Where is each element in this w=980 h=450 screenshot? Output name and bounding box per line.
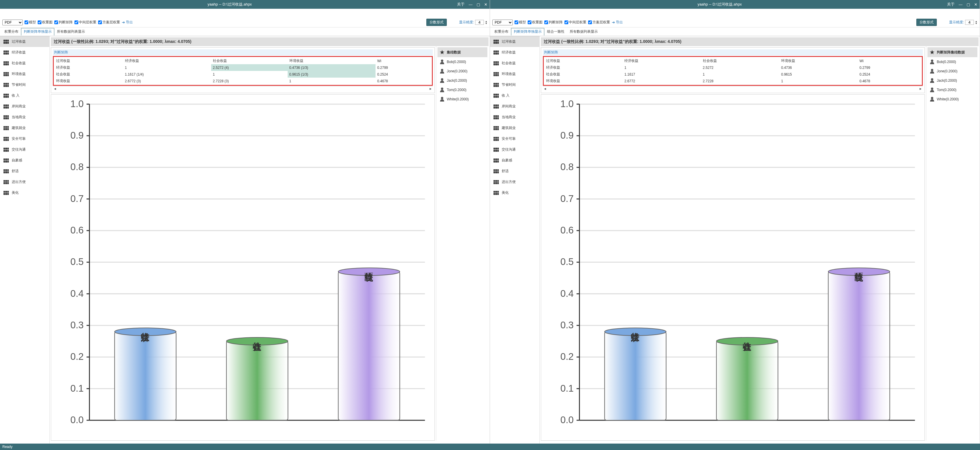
sidebar-item-label: 岸间商业 [502,104,516,109]
sidebar-item[interactable]: 美化 [0,187,49,198]
person-item[interactable]: Bob(0.2000) [438,57,487,67]
checkbox-cb_weight_chart[interactable]: 权重图 [38,20,52,25]
h-scrollbar[interactable]: ◄► [53,86,433,91]
person-item[interactable]: Tom(0.2000) [928,85,977,95]
scroll-left-icon[interactable]: ◄ [543,87,547,90]
sidebar-item[interactable]: 当地商业 [490,112,539,122]
svg-text:0.6: 0.6 [560,225,574,236]
scroll-right-icon[interactable]: ► [429,87,432,90]
checkbox-cb_weight_chart[interactable]: 权重图 [528,20,542,25]
matrix-cell: 1.1617 (1/4) [123,71,211,78]
person-item[interactable]: Jone(0.2000) [438,67,487,76]
person-item[interactable]: Jack(0.2000) [928,76,977,85]
scroll-left-icon[interactable]: ◄ [53,87,57,90]
checkbox-cb_model[interactable]: 模型 [514,20,526,25]
tab-所有数据列表显示[interactable]: 所有数据列表显示 [567,28,600,35]
sidebar-item[interactable]: 岸间商业 [0,101,49,112]
sidebar-item[interactable]: 交往沟通 [0,144,49,155]
precision-input[interactable] [475,20,484,25]
tab-判断矩阵单独显示[interactable]: 判断矩阵单独显示 [511,28,544,36]
sidebar-item[interactable]: 建筑就业 [0,122,49,133]
sidebar-item[interactable]: 过河收益 [490,36,539,47]
h-scrollbar[interactable]: ◄► [543,86,923,91]
sidebar-item[interactable]: 过河收益 [0,36,49,47]
sidebar-item[interactable]: 经济收益 [0,47,49,58]
grid-icon [3,61,9,65]
format-select[interactable]: PDF [492,19,513,25]
maximize-button[interactable]: ▢ [477,2,480,7]
checkbox-cb_scheme_weight[interactable]: 方案层权重 [98,20,120,25]
sidebar-item[interactable]: 美化 [490,187,539,198]
matrix-header: 社会收益 [701,57,780,64]
precision-spinner[interactable]: ▲▼ [975,21,977,24]
sidebar-item[interactable]: 舒适 [0,166,49,177]
matrix-header: Wi [858,57,921,64]
about-link[interactable]: 关于 [947,2,955,7]
aggregate-header[interactable]: ★集结数据 [438,47,487,57]
person-icon [440,60,444,64]
grid-icon [3,40,9,44]
about-link[interactable]: 关于 [457,2,465,7]
export-link[interactable]: ➜导出 [122,20,133,25]
right-panel: ★判断矩阵集结数据 Bob(0.2000)Jone(0.2000)Jack(0.… [926,46,978,440]
minimize-button[interactable]: — [959,2,963,7]
sidebar-item[interactable]: 安全可靠 [490,133,539,144]
checkbox-cb_mid_weight[interactable]: 中间层权重 [75,20,96,25]
close-button[interactable]: ✕ [484,2,487,7]
person-item[interactable]: Tom(0.2000) [438,85,487,95]
fraction-form-button[interactable]: 分数形式 [426,19,447,26]
format-select[interactable]: PDF [2,19,23,25]
sidebar-item[interactable]: 节省时间 [0,79,49,90]
person-item[interactable]: Jone(0.2000) [928,67,977,76]
sidebar-item[interactable]: 社会收益 [0,58,49,68]
highlighted-region: 过河收益经济收益社会收益环境收益Wi经济收益12.52720.47360.279… [543,56,923,86]
sidebar-item[interactable]: 舒适 [490,166,539,177]
grid-icon [493,61,499,65]
grid-icon [3,191,9,195]
close-button[interactable]: ✕ [974,2,977,7]
person-item[interactable]: White(0.2000) [928,95,977,104]
tab-组合一致性[interactable]: 组合一致性 [544,28,567,35]
checkbox-cb_model[interactable]: 模型 [24,20,36,25]
sidebar-item[interactable]: 进出方便 [0,177,49,187]
svg-text:0.0: 0.0 [560,414,574,425]
checkbox-cb_judge_matrix[interactable]: 判断矩阵 [54,20,73,25]
person-item[interactable]: White(0.2000) [438,95,487,104]
scroll-right-icon[interactable]: ► [919,87,922,90]
precision-input[interactable] [965,20,974,25]
tab-权重分布[interactable]: 权重分布 [2,28,21,35]
sidebar-item[interactable]: 收 入 [0,90,49,101]
person-item[interactable]: Jack(0.2000) [438,76,487,85]
svg-text:1.0: 1.0 [70,98,84,109]
checkbox-cb_judge_matrix[interactable]: 判断矩阵 [544,20,563,25]
sidebar-item[interactable]: 收 入 [490,90,539,101]
tab-判断矩阵单独显示[interactable]: 判断矩阵单独显示 [21,28,54,36]
main-header: 过河收益 (一致性比例: 1.0293; 对"过河收益"的权重: 1.0000;… [51,37,488,46]
precision-spinner[interactable]: ▲▼ [485,21,487,24]
minimize-button[interactable]: — [469,2,473,7]
sidebar-item[interactable]: 安全可靠 [0,133,49,144]
tab-权重分布[interactable]: 权重分布 [492,28,511,35]
export-link[interactable]: ➜导出 [612,20,623,25]
fraction-form-button[interactable]: 分数形式 [916,19,937,26]
sidebar-item[interactable]: 经济收益 [490,47,539,58]
aggregate-header[interactable]: ★判断矩阵集结数据 [928,47,977,57]
sidebar-item[interactable]: 当地商业 [0,112,49,122]
sidebar-item[interactable]: 环境收益 [0,68,49,79]
precision-control: 显示精度: ▲▼ [949,20,977,25]
sidebar-item[interactable]: 自豪感 [490,155,539,166]
sidebar-item[interactable]: 岸间商业 [490,101,539,112]
sidebar-item[interactable]: 节省时间 [490,79,539,90]
svg-text:0.4: 0.4 [560,288,574,299]
maximize-button[interactable]: ▢ [967,2,970,7]
sidebar-item[interactable]: 社会收益 [490,58,539,68]
sidebar-item[interactable]: 交往沟通 [490,144,539,155]
checkbox-cb_scheme_weight[interactable]: 方案层权重 [588,20,610,25]
checkbox-cb_mid_weight[interactable]: 中间层权重 [565,20,586,25]
sidebar-item[interactable]: 建筑就业 [490,122,539,133]
tab-所有数据列表显示[interactable]: 所有数据列表显示 [54,28,88,35]
person-item[interactable]: Bob(0.2000) [928,57,977,67]
sidebar-item[interactable]: 环境收益 [490,68,539,79]
sidebar-item[interactable]: 进出方便 [490,177,539,187]
sidebar-item[interactable]: 自豪感 [0,155,49,166]
